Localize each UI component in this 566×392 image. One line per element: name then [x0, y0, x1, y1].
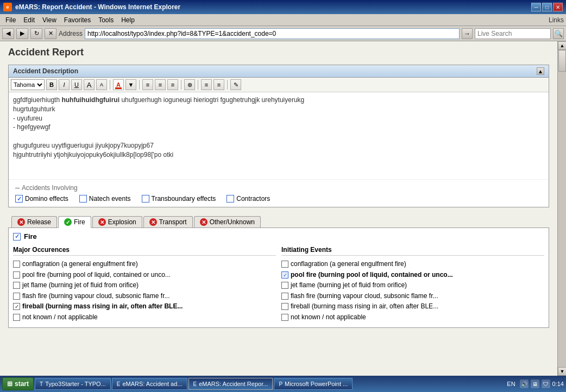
fireball-init-checkbox[interactable]	[281, 303, 288, 310]
flash-fire-init-checkbox[interactable]	[281, 293, 288, 300]
occ-item-conflagration-init: conflagration (a general engulfment fire…	[281, 259, 544, 270]
collapse-button[interactable]: ▲	[537, 67, 544, 75]
search-go-button[interactable]: 🔍	[553, 28, 564, 39]
jet-flame-init-checkbox[interactable]	[281, 282, 288, 289]
conflagration-init-checkbox[interactable]	[281, 261, 288, 268]
editor-content[interactable]: ggfdfgiuerhiugth huhfuihuidhgfuirui uhuf…	[9, 92, 549, 179]
jet-flame-major-checkbox[interactable]	[13, 282, 20, 289]
address-bar: ◀ ▶ ↻ ✕ Address → 🔍	[0, 26, 566, 41]
initiating-events-column: Initiating Events conflagration (a gener…	[281, 246, 544, 323]
forward-button[interactable]: ▶	[16, 28, 28, 39]
contractors-checkbox[interactable]	[227, 195, 234, 203]
conflagration-major-checkbox[interactable]	[13, 261, 20, 268]
fireball-init-label: fireball (burning mass rising in air, of…	[291, 302, 544, 311]
accidents-involving-checkboxes: Domino effects Natech events Transbounda…	[15, 195, 542, 203]
scroll-track[interactable]	[558, 50, 566, 367]
scroll-thumb[interactable]	[558, 50, 566, 72]
fire-panel-checkbox[interactable]	[13, 233, 21, 241]
fireball-major-checkbox[interactable]	[13, 303, 20, 310]
special-button[interactable]: ⊕	[184, 79, 195, 90]
checkbox-item-natech: Natech events	[79, 195, 131, 203]
search-input[interactable]	[475, 28, 551, 39]
scroll-down-button[interactable]: ▼	[558, 367, 566, 376]
accident-description-label: Accident Description	[13, 67, 78, 75]
menu-view[interactable]: View	[39, 15, 60, 25]
font-selector[interactable]: Tahoma	[11, 79, 45, 90]
tab-transport[interactable]: ✕ Transport	[143, 216, 193, 227]
occ-item-flash-fire-init: flash fire (burning vapour cloud, subson…	[281, 291, 544, 302]
transboundary-checkbox[interactable]	[142, 195, 149, 203]
source-button[interactable]: ✎	[230, 79, 241, 90]
toolbar-sep-1	[110, 80, 110, 90]
title-bar-left: e eMARS: Report Accident - Windows Inter…	[3, 3, 180, 11]
menu-file[interactable]: File	[2, 15, 19, 25]
initiating-events-header: Initiating Events	[281, 246, 544, 256]
checkbox-item-domino: Domino effects	[15, 195, 68, 203]
go-button[interactable]: →	[462, 28, 473, 39]
checkbox-item-transboundary: Transboundary effects	[142, 195, 216, 203]
pool-fire-major-checkbox[interactable]	[13, 271, 20, 279]
menu-edit[interactable]: Edit	[20, 15, 38, 25]
accidents-involving-label: Accidents Involving	[15, 184, 542, 192]
font-color-button[interactable]: A	[113, 79, 124, 90]
underline-button[interactable]: U	[71, 79, 82, 90]
ordered-list-button[interactable]: ≡	[201, 79, 212, 90]
fire-tab-icon: ✓	[64, 218, 72, 226]
not-known-init-checkbox[interactable]	[281, 314, 288, 321]
toolbar-sep-2	[139, 80, 140, 90]
release-tab-icon: ✕	[17, 218, 25, 226]
window-title: eMARS: Report Accident - Windows Interne…	[15, 3, 180, 11]
content-line-3: - uyufureu	[13, 114, 544, 123]
not-known-major-checkbox[interactable]	[13, 314, 20, 321]
jet-flame-init-label: jet flame (burning jet of fluid from ori…	[291, 281, 544, 290]
content-area: Accident Report Accident Description ▲ T…	[0, 41, 557, 376]
italic-button[interactable]: I	[59, 79, 70, 90]
tab-fire[interactable]: ✓ Fire	[58, 216, 91, 228]
maximize-button[interactable]: □	[542, 3, 552, 11]
conflagration-major-label: conflagration (a general engulfment fire…	[22, 260, 276, 269]
address-input[interactable]	[85, 28, 460, 39]
checkbox-item-contractors: Contractors	[227, 195, 270, 203]
align-center-button[interactable]: ≡	[155, 79, 166, 90]
pool-fire-init-checkbox[interactable]	[281, 271, 288, 279]
highlight-button[interactable]: ▼	[125, 79, 136, 90]
menu-tools[interactable]: Tools	[95, 15, 117, 25]
flash-fire-major-label: flash fire (burning vapour cloud, subson…	[22, 292, 276, 301]
menu-help[interactable]: Help	[118, 15, 138, 25]
tab-explosion[interactable]: ✕ Explosion	[92, 216, 142, 227]
back-button[interactable]: ◀	[2, 28, 14, 39]
tab-other[interactable]: ✕ Other/Unknown	[194, 216, 261, 227]
other-tab-icon: ✕	[200, 218, 207, 226]
title-bar: e eMARS: Report Accident - Windows Inter…	[0, 0, 566, 14]
natech-checkbox[interactable]	[79, 195, 87, 203]
scroll-up-button[interactable]: ▲	[558, 41, 566, 50]
refresh-button[interactable]: ↻	[30, 28, 42, 39]
links-label: Links	[549, 16, 564, 24]
close-button[interactable]: ✕	[553, 3, 563, 11]
fire-tab-label: Fire	[74, 218, 85, 226]
accidents-involving-section: Accidents Involving Domino effects Natec…	[9, 179, 549, 207]
domino-checkbox[interactable]	[15, 195, 23, 203]
font-size-down-button[interactable]: A	[96, 79, 107, 90]
stop-button[interactable]: ✕	[45, 28, 56, 39]
menu-favorites[interactable]: Favorites	[61, 15, 94, 25]
address-label: Address	[59, 30, 83, 37]
unordered-list-button[interactable]: ≡	[213, 79, 224, 90]
conflagration-init-label: conflagration (a general engulfment fire…	[291, 260, 544, 269]
content-normal-2: uhufguerhugh ioguneugi hieriogtri fgughe…	[120, 96, 304, 104]
occ-item-fireball-init: fireball (burning mass rising in air, of…	[281, 301, 544, 312]
content-line-1: ggfdfgiuerhiugth huhfuihuidhgfuirui uhuf…	[13, 96, 544, 105]
fireball-major-label: fireball (burning mass rising in air, of…	[22, 302, 276, 311]
minimize-button[interactable]: ─	[531, 3, 541, 11]
toolbar-sep-5	[227, 80, 228, 90]
release-tab-label: Release	[27, 218, 51, 226]
align-left-button[interactable]: ≡	[142, 79, 153, 90]
font-size-up-button[interactable]: A	[84, 79, 95, 90]
occ-item-flash-fire-major: flash fire (burning vapour cloud, subson…	[13, 291, 276, 302]
bold-button[interactable]: B	[46, 79, 57, 90]
tab-release[interactable]: ✕ Release	[11, 216, 57, 227]
menu-bar: File Edit View Favorites Tools Help Link…	[0, 14, 566, 26]
content-line-blank	[13, 132, 544, 141]
align-right-button[interactable]: ≡	[167, 79, 178, 90]
flash-fire-major-checkbox[interactable]	[13, 293, 20, 300]
